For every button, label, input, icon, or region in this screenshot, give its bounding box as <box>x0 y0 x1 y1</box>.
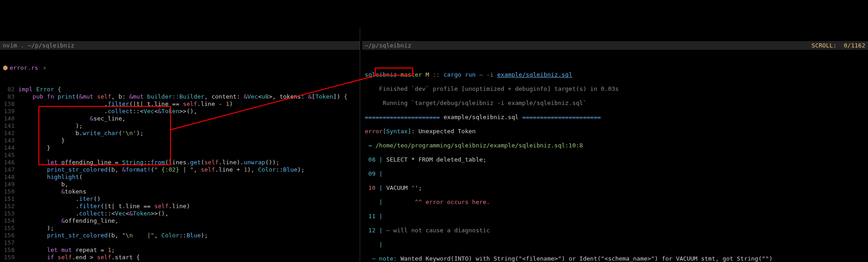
code-line[interactable]: 151 .iter() <box>0 195 360 203</box>
code-content: .filter(|t| t.line == self.line) <box>18 203 190 210</box>
line-number: 146 <box>0 159 18 166</box>
code-line[interactable]: 143 } <box>0 137 360 144</box>
prompt-command: cargo run <box>443 71 475 78</box>
line-number: 157 <box>0 239 18 246</box>
line-number: 142 <box>0 130 18 137</box>
terminal-title-bar: ~/p/sqleibniz SCROLL: 0/1162 <box>362 41 868 50</box>
code-content: &sec_line, <box>18 115 126 122</box>
line-number: 151 <box>0 195 18 203</box>
line-number: 147 <box>0 166 18 173</box>
line-number: 145 <box>0 152 18 159</box>
code-content: } <box>18 144 50 151</box>
terminal-output[interactable]: sqleibniz master M :: cargo run — -i exa… <box>362 63 868 262</box>
cargo-running: Running `target/debug/sqleibniz -i examp… <box>365 100 865 107</box>
line-number: 139 <box>0 108 18 115</box>
code-line[interactable]: 159 if self.end > self.start { <box>0 254 360 261</box>
error-caret: ^^ error occurs here. <box>386 199 490 205</box>
line-number: 138 <box>0 100 18 108</box>
scroll-indicator: SCROLL: 0/1162 <box>812 42 865 49</box>
code-content: .collect::<Vec<&Token>>(), <box>18 108 197 115</box>
tab-error-rs[interactable]: ⬢ error.rs × <box>3 64 46 71</box>
code-line[interactable]: 145 <box>0 152 360 159</box>
code-content: let offending_line = String::from(lines.… <box>18 159 279 166</box>
editor-pane: nvim . ~/p/sqleibniz ⬢ error.rs × 82impl… <box>0 27 360 262</box>
line-number: 154 <box>0 217 18 225</box>
code-line[interactable]: 146 let offending_line = String::from(li… <box>0 159 360 166</box>
line-number: 158 <box>0 246 18 254</box>
line-number: 82 <box>0 86 18 93</box>
code-line[interactable]: 156 print_str_colored(b, "\n |", Color::… <box>0 232 360 239</box>
code-content: &tokens <box>18 188 86 195</box>
code-content: ); <box>18 122 83 129</box>
line-number: 140 <box>0 115 18 122</box>
arrow-icon: → <box>365 142 375 149</box>
prompt-file-link[interactable]: example/sqleibniz.sql <box>497 71 572 78</box>
terminal-title: ~/p/sqleibniz <box>365 42 411 49</box>
code-content: pub fn print(&mut self, b: &mut builder:… <box>18 93 347 100</box>
line-number: 152 <box>0 203 18 210</box>
code-content: if self.end > self.start { <box>18 254 140 261</box>
code-content: .iter() <box>18 195 101 202</box>
code-content: b.write_char('\n'); <box>18 130 144 136</box>
code-content: .filter(|t| t.line == self.line - 1) <box>18 100 233 107</box>
prompt-branch: master <box>400 71 422 78</box>
error-label: error <box>365 128 383 135</box>
line-number: 143 <box>0 137 18 144</box>
line-number: 159 <box>0 254 18 261</box>
tab-filename: error.rs <box>10 64 38 71</box>
code-area[interactable]: 82impl Error {83 pub fn print(&mut self,… <box>0 86 360 262</box>
line-number: 83 <box>0 93 18 100</box>
editor-title-bar: nvim . ~/p/sqleibniz <box>0 41 360 50</box>
line-number: 141 <box>0 122 18 130</box>
code-line[interactable]: 149 b, <box>0 181 360 188</box>
error-location: /home/teo/programming/sqleibniz/example/… <box>375 142 583 149</box>
rust-icon: ⬢ <box>3 64 8 71</box>
code-content: print_str_colored(b, &format!(" {:02} | … <box>18 166 304 173</box>
code-line[interactable]: 157 <box>0 239 360 246</box>
close-icon[interactable]: × <box>43 64 47 71</box>
code-content: &offending_line, <box>18 217 118 224</box>
line-number: 155 <box>0 225 18 232</box>
code-line[interactable]: 152 .filter(|t| t.line == self.line) <box>0 203 360 210</box>
code-line[interactable]: 148 highlight( <box>0 173 360 181</box>
prompt-project: sqleibniz <box>365 71 397 78</box>
code-line[interactable]: 150 &tokens <box>0 188 360 195</box>
code-content: let mut repeat = 1; <box>18 246 115 253</box>
line-number: 148 <box>0 173 18 181</box>
code-content: b, <box>18 181 69 188</box>
code-line[interactable]: 158 let mut repeat = 1; <box>0 246 360 254</box>
line-number: 149 <box>0 181 18 188</box>
code-content: highlight( <box>18 173 83 180</box>
code-line[interactable]: 153 .collect::<Vec<&Token>>(), <box>0 210 360 217</box>
tab-bar: ⬢ error.rs × <box>0 63 360 72</box>
code-line[interactable]: 155 ); <box>0 225 360 232</box>
code-line[interactable]: 141 ); <box>0 122 360 130</box>
offending-line: VACUUM ''; <box>386 184 422 191</box>
code-line[interactable]: 138 .filter(|t| t.line == self.line - 1) <box>0 100 360 108</box>
code-content: ); <box>18 225 54 231</box>
code-content: impl Error { <box>18 86 61 93</box>
code-line[interactable]: 83 pub fn print(&mut self, b: &mut build… <box>0 93 360 100</box>
code-line[interactable]: 82impl Error { <box>0 86 360 93</box>
code-content: .collect::<Vec<&Token>>(), <box>18 210 169 217</box>
line-number: 156 <box>0 232 18 239</box>
line-number: 153 <box>0 210 18 217</box>
code-content: } <box>18 137 65 144</box>
code-line[interactable]: 144 } <box>0 144 360 152</box>
line-number: 144 <box>0 144 18 152</box>
code-line[interactable]: 142 b.write_char('\n'); <box>0 130 360 137</box>
code-line[interactable]: 147 print_str_colored(b, &format!(" {:02… <box>0 166 360 173</box>
code-line[interactable]: 140 &sec_line, <box>0 115 360 122</box>
line-number: 150 <box>0 188 18 195</box>
editor-title: nvim . ~/p/sqleibniz <box>3 42 75 49</box>
code-line[interactable]: 139 .collect::<Vec<&Token>>(), <box>0 108 360 115</box>
code-line[interactable]: 154 &offending_line, <box>0 217 360 225</box>
cargo-finished: Finished `dev` profile [unoptimized + de… <box>365 85 865 93</box>
terminal-pane: ~/p/sqleibniz SCROLL: 0/1162 sqleibniz m… <box>360 27 868 262</box>
code-content: print_str_colored(b, "\n |", Color::Blue… <box>18 232 208 239</box>
prompt-modified: M <box>426 71 429 78</box>
